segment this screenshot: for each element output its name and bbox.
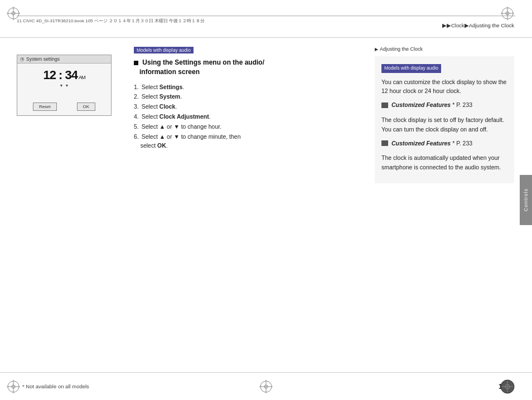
feature2-bold: Customized Features xyxy=(391,140,451,147)
main-content: System settings 12 : 34 AM ▼ ▼ Reset OK … xyxy=(17,38,520,372)
feature1-bold: Customized Features xyxy=(391,101,451,108)
right-panel: ▶ Adjusting the Clock Models with displa… xyxy=(372,38,520,372)
section-heading: Using the Settings menu on the audio/ in… xyxy=(134,58,364,77)
breadcrumb: ▶▶Clock▶Adjusting the Clock xyxy=(442,22,514,28)
screen-radio xyxy=(20,57,24,61)
corner-decoration-bl xyxy=(6,379,21,394)
side-tab-controls: Controls xyxy=(520,175,532,225)
screen-reset-button[interactable]: Reset xyxy=(33,103,57,111)
models-badge-right: Models with display audio xyxy=(381,64,441,73)
right-content: Models with display audio You can custom… xyxy=(375,56,514,183)
clock-display: 12 : 34 AM xyxy=(43,68,85,82)
corner-decoration-br xyxy=(500,379,515,394)
step-6: 6. Select ▲ or ▼ to change minute, then … xyxy=(134,132,364,151)
corner-decoration-bc xyxy=(258,379,274,394)
footer-note: * Not available on all models xyxy=(22,383,89,389)
side-tab-label: Controls xyxy=(523,188,529,212)
book-icon-2 xyxy=(381,140,388,146)
right-section-header: ▶ Adjusting the Clock xyxy=(375,46,514,52)
section-title: Using the Settings menu on the audio/ in… xyxy=(134,58,264,76)
feature1-rest: * P. 233 xyxy=(452,101,472,108)
clock-arrow-up: ▼ xyxy=(60,84,64,87)
step-3: 3. Select Clock. xyxy=(134,102,364,111)
step-5: 5. Select ▲ or ▼ to change hour. xyxy=(134,122,364,131)
step-1: 1. Select Settings. xyxy=(134,82,364,92)
section-header-label: Adjusting the Clock xyxy=(380,46,423,52)
clock-arrow-down: ▼ xyxy=(65,84,69,87)
screen-title: System settings xyxy=(26,56,60,62)
section-arrow-icon: ▶ xyxy=(375,47,378,52)
step-4: 4. Select Clock Adjustment. xyxy=(134,112,364,121)
right-para-1: You can customize the clock display to s… xyxy=(381,77,507,96)
feature2-rest: * P. 233 xyxy=(452,140,472,147)
screen-mockup: System settings 12 : 34 AM ▼ ▼ Reset OK xyxy=(17,55,112,116)
book-icon-1 xyxy=(381,103,388,108)
screen-ok-button[interactable]: OK xyxy=(77,103,96,111)
file-info-text: 11 CIVIC 4D_SI-31TR36210.book 105 ページ ２０… xyxy=(17,18,205,24)
step-2: 2. Select System. xyxy=(134,92,364,101)
left-panel: System settings 12 : 34 AM ▼ ▼ Reset OK xyxy=(17,38,128,372)
middle-panel: Models with display audio Using the Sett… xyxy=(128,38,372,372)
clock-arrows: ▼ ▼ xyxy=(60,84,69,87)
right-feature-link-2: Customized Features * P. 233 xyxy=(381,139,507,148)
clock-ampm: AM xyxy=(79,75,85,80)
right-para-2: The clock display is set to off by facto… xyxy=(381,115,507,134)
right-feature-link-1: Customized Features * P. 233 xyxy=(381,100,507,110)
screen-buttons: Reset OK xyxy=(17,103,111,111)
right-para-3: The clock is automatically updated when … xyxy=(381,153,507,172)
steps-list: 1. Select Settings. 2. Select System. 3.… xyxy=(134,82,364,151)
header: 11 CIVIC 4D_SI-31TR36210.book 105 ページ ２０… xyxy=(0,0,532,38)
corner-decoration-tr xyxy=(500,6,515,21)
models-badge-middle: Models with display audio xyxy=(134,47,194,53)
screen-title-bar: System settings xyxy=(17,55,111,64)
header-file-info: 11 CIVIC 4D_SI-31TR36210.book 105 ページ ２０… xyxy=(17,16,515,24)
clock-time: 12 : 34 xyxy=(43,68,78,82)
screen-body: 12 : 34 AM ▼ ▼ xyxy=(17,64,111,92)
square-icon xyxy=(134,61,138,65)
corner-decoration-tl xyxy=(6,6,21,21)
